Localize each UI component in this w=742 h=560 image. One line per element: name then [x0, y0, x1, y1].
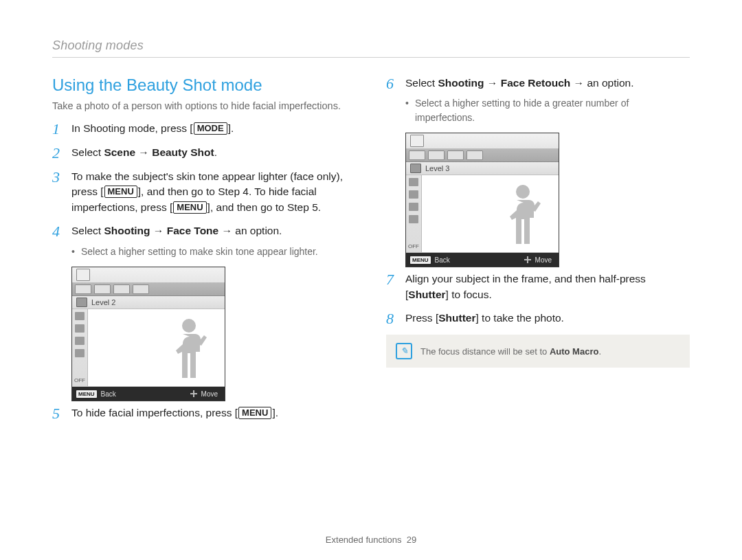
- bullet: •: [71, 245, 81, 258]
- screenshot-level-row: Level 2: [72, 296, 225, 309]
- camera-screenshot-face-tone: Level 2 OFF MENUBack Mo: [71, 267, 225, 401]
- text: The focus distance will be set to: [420, 346, 550, 357]
- bold: Shooting: [104, 225, 150, 236]
- step-number: 2: [52, 145, 71, 161]
- step-4: 4 Select Shooting → Face Tone → an optio…: [52, 223, 356, 258]
- screenshot-topbar: [72, 267, 225, 283]
- level-icon: [410, 164, 421, 173]
- tab-icon: [75, 284, 91, 294]
- menu-button-label: MENU: [238, 407, 271, 419]
- bold: Auto Macro: [550, 346, 599, 357]
- sidebar-icon: [409, 215, 418, 223]
- step-text: In Shooting mode, press [MODE].: [71, 121, 356, 136]
- text: an option.: [235, 225, 282, 236]
- step-text: Select Shooting → Face Tone → an option.…: [71, 223, 356, 258]
- step-7: 7 Align your subject in the frame, and t…: [386, 271, 690, 302]
- step-8: 8 Press [Shutter] to take the photo.: [386, 311, 690, 326]
- sidebar-icon: [75, 324, 85, 333]
- header-rule: [52, 57, 690, 58]
- text: Press [: [405, 312, 438, 324]
- arrow: →: [150, 225, 167, 236]
- navigate-icon: [190, 390, 197, 397]
- note-text: The focus distance will be set to Auto M…: [420, 346, 601, 357]
- text: Select: [71, 225, 104, 236]
- step-3: 3 To make the subject's skin tone appear…: [52, 169, 356, 215]
- mode-icon: [410, 135, 424, 147]
- level-label: Level 3: [425, 164, 449, 172]
- step-subtext: •Select a higher setting to hide a great…: [405, 96, 690, 124]
- bold: Face Retouch: [501, 77, 571, 89]
- step-1: 1 In Shooting mode, press [MODE].: [52, 121, 356, 137]
- text: ] to focus.: [446, 289, 492, 300]
- tab-icon: [94, 284, 111, 294]
- text: ] to take the photo.: [475, 312, 563, 324]
- screenshot-bottombar: MENUBack Move: [406, 253, 559, 267]
- move-label: Move: [201, 390, 218, 398]
- arrow: →: [570, 77, 587, 89]
- arrow: →: [218, 225, 235, 236]
- tab-icon: [409, 150, 425, 160]
- screenshot-bottombar: MENUBack Move: [72, 387, 225, 401]
- tab-icon: [466, 150, 483, 160]
- screenshot-tabs: [406, 149, 559, 162]
- step-subtext: •Select a higher setting to make skin to…: [71, 245, 356, 258]
- bold: Shooting: [438, 77, 484, 89]
- mode-icon: [76, 269, 90, 281]
- section-intro: Take a photo of a person with options to…: [52, 100, 356, 111]
- level-label: Level 2: [91, 298, 115, 306]
- footer-section: Extended functions: [326, 535, 402, 545]
- screenshot-preview: OFF: [72, 309, 225, 387]
- step-number: 3: [52, 169, 71, 185]
- text: In Shooting mode, press [: [71, 122, 193, 134]
- step-6: 6 Select Shooting → Face Retouch → an op…: [386, 76, 690, 124]
- bold: Shutter: [438, 312, 475, 324]
- screenshot-level-row: Level 3: [406, 162, 559, 175]
- menu-button-label: MENU: [104, 186, 137, 198]
- sidebar-icon: [75, 337, 85, 345]
- steps-right-2: 7 Align your subject in the frame, and t…: [386, 271, 690, 326]
- text: ].: [228, 122, 234, 134]
- note-icon: ✎: [396, 343, 412, 359]
- text: Select a higher setting to hide a greate…: [415, 96, 690, 124]
- text: ].: [272, 407, 278, 418]
- text: Select: [405, 77, 438, 89]
- sidebar-icon: [409, 190, 418, 199]
- columns: Using the Beauty Shot mode Take a photo …: [52, 76, 690, 429]
- step-number: 5: [52, 405, 71, 421]
- step-number: 1: [52, 121, 71, 137]
- right-column: 6 Select Shooting → Face Retouch → an op…: [386, 76, 690, 429]
- sidebar-icon: [409, 178, 418, 186]
- step-5: 5 To hide facial imperfections, press [M…: [52, 405, 356, 421]
- menu-chip: MENU: [410, 256, 431, 264]
- section-title: Using the Beauty Shot mode: [52, 76, 356, 95]
- step-2: 2 Select Scene → Beauty Shot.: [52, 145, 356, 161]
- step-text: Press [Shutter] to take the photo.: [405, 311, 690, 326]
- mode-button-label: MODE: [194, 122, 227, 135]
- text: an option.: [587, 77, 633, 89]
- steps-left: 1 In Shooting mode, press [MODE]. 2 Sele…: [52, 121, 356, 258]
- text: Select a higher setting to make skin ton…: [81, 245, 356, 258]
- screenshot-topbar: [406, 133, 559, 149]
- note-box: ✎ The focus distance will be set to Auto…: [386, 335, 690, 368]
- screenshot-sidebar: OFF: [72, 309, 88, 386]
- back-label: Back: [435, 256, 450, 264]
- text: To hide facial imperfections, press [: [71, 407, 238, 418]
- step-number: 4: [52, 223, 71, 239]
- off-label: OFF: [408, 243, 419, 249]
- left-column: Using the Beauty Shot mode Take a photo …: [52, 76, 356, 429]
- running-header: Shooting modes: [52, 38, 690, 53]
- screenshot-tabs: [72, 283, 225, 296]
- bold: Shutter: [408, 289, 445, 300]
- move-label: Move: [535, 256, 552, 264]
- sidebar-icon: [409, 203, 418, 211]
- step-text: Select Shooting → Face Retouch → an opti…: [405, 76, 690, 124]
- bold: Face Tone: [167, 225, 219, 236]
- step-text: To hide facial imperfections, press [MEN…: [71, 405, 356, 421]
- off-label: OFF: [74, 377, 85, 383]
- step-number: 6: [386, 76, 405, 91]
- steps-left-2: 5 To hide facial imperfections, press [M…: [52, 405, 356, 421]
- bold: Beauty Shot: [152, 146, 214, 158]
- tab-icon: [428, 150, 445, 160]
- text: .: [214, 146, 217, 158]
- bullet: •: [405, 96, 415, 124]
